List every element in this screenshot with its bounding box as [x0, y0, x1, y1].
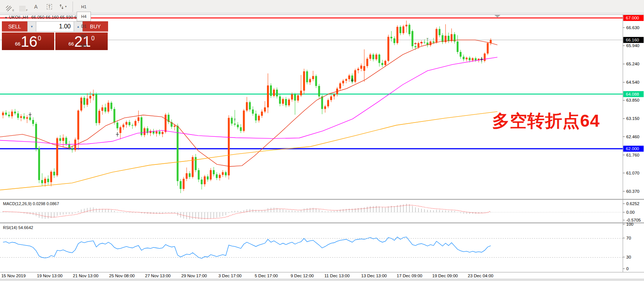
ma-medium-line [0, 57, 497, 145]
time-axis-label: 21 Nov 13:00 [73, 274, 98, 278]
equidistant-channel-icon[interactable]: E [3, 1, 15, 12]
price-tick-label: 62.460 [626, 135, 640, 139]
price-tick-label: 64.540 [626, 80, 640, 84]
time-axis-label: 3 Dec 17:00 [218, 274, 242, 278]
price-tick-label: 61.760 [626, 153, 640, 157]
time-axis-label: 23 Dec 04:00 [468, 274, 493, 278]
chart-annotation: 多空转折点64 [492, 109, 600, 133]
time-axis-label: 15 Nov 2019 [1, 274, 25, 278]
horizontal-scrollbar[interactable] [0, 279, 644, 281]
price-tick-label: 60.370 [626, 189, 640, 194]
trade-t-marker: T [80, 101, 83, 105]
level-badge-67.000-text: 67.000 [626, 16, 639, 20]
tab-timeframe-w1[interactable]: W1 [77, 31, 91, 41]
toolbar-separator [73, 1, 73, 12]
time-axis-label: 13 Dec 13:00 [361, 274, 387, 278]
chart-shift-icon [494, 15, 500, 18]
macd-tick-label: 0.00 [626, 210, 635, 214]
tab-timeframe-h1[interactable]: H1 [77, 2, 91, 12]
macd-tick-label: 0.6252 [626, 201, 640, 206]
fibonacci-icon[interactable]: F [16, 1, 28, 12]
time-axis-label: 9 Dec 12:00 [291, 274, 314, 278]
text-box-icon[interactable]: T [43, 1, 55, 12]
arrow-objects-icon[interactable]: ▾ [57, 1, 69, 12]
level-badge-64.088-text: 64.088 [626, 92, 639, 96]
trade-cross-marker [351, 78, 354, 83]
ma-slow-line [0, 112, 497, 190]
symbol-ohlc-line: ▲UKOil-,H466.050 66.160 65.930 66.160 [4, 15, 88, 19]
rsi-tick-label: 0 [626, 266, 629, 271]
price-tick-label: 61.070 [626, 171, 640, 175]
trade-t-marker: T [426, 37, 429, 41]
rsi-tick-label: 30 [626, 255, 631, 259]
time-axis-label: 27 Nov 13:00 [145, 274, 171, 278]
text-label-icon[interactable]: A [30, 1, 42, 12]
toolbar: E F A T ▾ M1M5M15M30H1H4D1W1MN [0, 0, 644, 13]
tab-timeframe-h4[interactable]: H4 [77, 12, 91, 21]
symbol-name: UKOil-,H4 [9, 15, 28, 19]
macd-indicator-label: MACD(12,26,9) 0.0298 0.0867 [3, 201, 59, 206]
rsi-line [3, 237, 491, 258]
volume-decrease-button[interactable]: ▼ [27, 21, 36, 32]
price-tick-label: 66.630 [626, 25, 640, 30]
time-axis-label: 17 Dec 09:00 [397, 274, 422, 278]
time-axis-label: 29 Nov 17:00 [181, 274, 207, 278]
rsi-tick-label: 100 [626, 222, 634, 226]
tab-timeframe-d1[interactable]: D1 [77, 21, 91, 31]
rsi-indicator-label: RSI(14) 54.6642 [3, 225, 33, 230]
current-price-badge-text: 66.160 [626, 38, 639, 42]
price-tick-label: 65.940 [626, 43, 640, 48]
price-tick-label: 63.150 [626, 116, 640, 121]
time-axis-label: 11 Dec 13:00 [324, 274, 350, 278]
trade-t-marker: T [234, 118, 236, 122]
volume-input[interactable] [36, 21, 74, 32]
sell-price-display[interactable]: 66 16 0 [2, 33, 54, 50]
price-tick-label: 65.240 [626, 62, 640, 66]
price-tick-label: 63.850 [626, 98, 640, 102]
tab-timeframe-mn[interactable]: MN [77, 41, 91, 50]
one-click-trading-panel: SELL ▼ ▲ BUY 66 16 0 66 21 0 [2, 21, 109, 50]
time-axis-label: 19 Nov 13:00 [37, 274, 62, 278]
timeframe-bar: M1M5M15M30H1H4D1W1MN [77, 0, 92, 50]
time-axis-label: 25 Nov 08:00 [109, 274, 135, 278]
trade-cross-marker [480, 57, 483, 62]
trade-cross-marker [28, 112, 31, 117]
time-axis-label: 5 Dec 17:00 [255, 274, 278, 278]
rsi-tick-label: 70 [626, 236, 631, 240]
sell-button[interactable]: SELL [2, 21, 27, 32]
trade-cross-marker [116, 132, 119, 136]
symbol-triangle-icon: ▲ [4, 16, 7, 19]
time-axis-label: 19 Dec 09:00 [432, 274, 458, 278]
level-badge-62.000-text: 62.000 [626, 146, 639, 151]
